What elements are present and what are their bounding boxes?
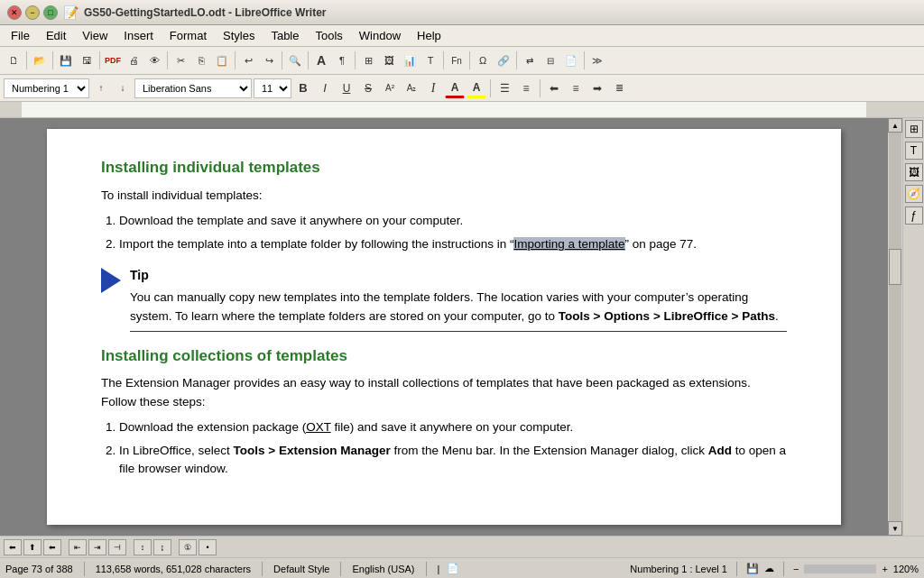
close-button[interactable]: ✕	[7, 5, 22, 20]
gallery-panel-button[interactable]: 🖼	[905, 163, 923, 181]
oxt-abbr: OXT	[306, 420, 331, 434]
tools-menu-ref: Tools > Extension Manager	[234, 444, 391, 457]
style-up-button[interactable]: ↑	[91, 78, 111, 98]
main-area: Installing individual templates To insta…	[0, 118, 924, 536]
style-selector[interactable]: Numbering 1	[4, 78, 89, 98]
save-status-icon: 💾	[746, 563, 759, 574]
numbering-button[interactable]: ≡	[516, 78, 536, 98]
indent-right-button[interactable]: ⇥	[88, 539, 106, 555]
size-selector[interactable]: 11	[254, 78, 291, 98]
subscript-button[interactable]: A₂	[402, 78, 421, 98]
properties-panel-button[interactable]: ⊞	[905, 120, 923, 138]
zoom-level[interactable]: 120%	[893, 564, 919, 574]
underline-button[interactable]: U	[337, 78, 356, 98]
align-center-para-button[interactable]: ⬆	[23, 539, 42, 555]
scroll-thumb[interactable]	[889, 249, 901, 285]
status-sep-4	[426, 562, 427, 576]
sidebar-button[interactable]: ⊟	[541, 50, 560, 70]
superscript-button[interactable]: A²	[380, 78, 400, 98]
bottom-toolbar: ⬅ ⬆ ⬅ ⇤ ⇥ ⊣ ↕ ↨ ① •	[0, 536, 924, 557]
print-button[interactable]: 🖨	[124, 50, 143, 70]
style-down-button[interactable]: ↓	[113, 78, 133, 98]
hyperlink-button[interactable]: 🔗	[494, 50, 513, 70]
save-remote-button[interactable]: 🖫	[77, 50, 97, 70]
italic-button[interactable]: I	[315, 78, 335, 98]
menu-edit[interactable]: Edit	[39, 27, 73, 44]
show-changes-button[interactable]: ⇄	[520, 50, 540, 70]
print-preview-button[interactable]: 👁	[144, 50, 164, 70]
page-info: Page 73 of 388	[5, 564, 73, 574]
linespacing-button[interactable]: ↕	[134, 539, 152, 555]
hanging-indent-button[interactable]: ⊣	[108, 539, 126, 555]
undo-button[interactable]: ↩	[238, 50, 258, 70]
tip-box: Tip You can manually copy new templates …	[101, 266, 787, 332]
scroll-down-button[interactable]: ▼	[888, 521, 902, 536]
toolbar-sep-1	[26, 51, 27, 69]
pdf-button[interactable]: PDF	[103, 50, 123, 70]
zoom-out-button[interactable]: −	[793, 564, 799, 574]
bullet-list-button[interactable]: •	[199, 539, 217, 555]
functions-panel-button[interactable]: ƒ	[905, 206, 923, 225]
menu-format[interactable]: Format	[162, 27, 214, 44]
titlebar: ✕ − □ 📝 GS50-GettingStartedLO.odt - Libr…	[0, 0, 924, 25]
new-button[interactable]: 🗋	[4, 50, 23, 70]
main-toolbar: 🗋 📂 💾 🖫 PDF 🖨 👁 ✂ ⎘ 📋 ↩ ↪ 🔍 A ¶ ⊞ 🖼 📊 T …	[0, 47, 924, 75]
highlight-color-button[interactable]: A	[467, 78, 486, 98]
menu-table[interactable]: Table	[263, 27, 306, 44]
strikethrough-button[interactable]: S	[358, 78, 378, 98]
language-indicator: English (USA)	[352, 564, 414, 574]
font-color-button[interactable]: A	[445, 78, 465, 98]
page-view-button[interactable]: 📄	[561, 50, 581, 70]
menu-file[interactable]: File	[4, 27, 37, 44]
tip-title: Tip	[130, 266, 787, 285]
menu-insert[interactable]: Insert	[116, 27, 161, 44]
menu-view[interactable]: View	[75, 27, 115, 44]
menu-styles[interactable]: Styles	[216, 27, 262, 44]
font-selector[interactable]: Liberation Sans	[134, 78, 252, 98]
toolbar-sep-7	[308, 51, 309, 69]
zoom-in-button[interactable]: +	[882, 564, 887, 574]
align-left-para-button[interactable]: ⬅	[4, 539, 22, 555]
align-left-button[interactable]: ⬅	[544, 78, 564, 98]
toolbar-sep-9	[443, 51, 444, 69]
chart-button[interactable]: 📊	[400, 50, 420, 70]
align-right-button[interactable]: ➡	[587, 78, 607, 98]
bullets-button[interactable]: ☰	[494, 78, 514, 98]
navigator-panel-button[interactable]: 🧭	[905, 185, 923, 203]
indent-left-button[interactable]: ⇤	[69, 539, 87, 555]
styles-panel-button[interactable]: T	[905, 142, 923, 160]
scroll-up-button[interactable]: ▲	[888, 118, 902, 133]
numbering-list-button[interactable]: ①	[179, 539, 197, 555]
paste-button[interactable]: 📋	[212, 50, 232, 70]
cut-button[interactable]: ✂	[171, 50, 190, 70]
copy-button[interactable]: ⎘	[191, 50, 211, 70]
font-size-inc-button[interactable]: A	[311, 50, 331, 70]
italic-style-button[interactable]: I	[423, 78, 443, 98]
list-item: In LibreOffice, select Tools > Extension…	[119, 442, 787, 479]
menu-tools[interactable]: Tools	[308, 27, 349, 44]
table-button[interactable]: ⊞	[358, 50, 378, 70]
menu-window[interactable]: Window	[352, 27, 408, 44]
menu-help[interactable]: Help	[410, 27, 448, 44]
textbox-button[interactable]: T	[420, 50, 440, 70]
pilcrow-button[interactable]: ¶	[332, 50, 352, 70]
align-right-para-button[interactable]: ⬅	[43, 539, 61, 555]
find-button[interactable]: 🔍	[285, 50, 305, 70]
cloud-status-icon: ☁	[764, 563, 774, 574]
bold-button[interactable]: B	[293, 78, 313, 98]
paragraph-spacing-button[interactable]: ↨	[153, 539, 171, 555]
redo-button[interactable]: ↪	[259, 50, 279, 70]
zoom-slider[interactable]	[804, 564, 876, 573]
maximize-button[interactable]: □	[43, 5, 58, 20]
align-center-button[interactable]: ≡	[566, 78, 586, 98]
more-button[interactable]: ≫	[587, 50, 607, 70]
link-importing-template[interactable]: Importing a template	[513, 237, 624, 251]
open-button[interactable]: 📂	[30, 50, 50, 70]
save-button[interactable]: 💾	[56, 50, 76, 70]
image-button[interactable]: 🖼	[379, 50, 399, 70]
scroll-track[interactable]	[889, 133, 901, 521]
special-char-button[interactable]: Ω	[473, 50, 493, 70]
justify-button[interactable]: ≣	[609, 78, 629, 98]
minimize-button[interactable]: −	[25, 5, 40, 20]
footnote-button[interactable]: Fn	[447, 50, 467, 70]
